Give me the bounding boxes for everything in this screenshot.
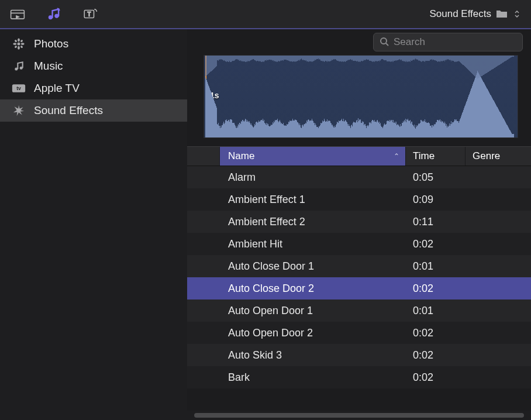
cell-time: 0:09 — [406, 194, 466, 206]
cell-name: Ambient Effect 2 — [220, 216, 406, 228]
cell-name: Auto Close Door 1 — [220, 260, 406, 273]
horizontal-scrollbar[interactable] — [187, 411, 531, 420]
sidebar-item-sound-effects[interactable]: Sound Effects — [0, 99, 187, 122]
cell-time: 0:02 — [406, 327, 466, 339]
sidebar-item-label: Sound Effects — [34, 104, 103, 117]
cell-time: 0:11 — [406, 216, 466, 228]
svg-point-13 — [14, 45, 17, 48]
column-time-label: Time — [413, 150, 435, 162]
appletv-icon: tv — [11, 82, 27, 95]
svg-point-11 — [14, 39, 17, 42]
svg-marker-19 — [13, 105, 24, 116]
svg-point-9 — [13, 43, 16, 45]
chevron-up-icon: ⌃ — [394, 152, 399, 160]
column-name[interactable]: Name ⌃ — [220, 147, 406, 166]
main-area: 1s Name ⌃ Time Genre Alar — [187, 29, 531, 420]
table-body[interactable]: Alarm0:05Ambient Effect 10:09Ambient Eff… — [187, 166, 531, 411]
waveform-container: 1s — [187, 55, 531, 138]
burst-icon — [11, 104, 27, 117]
audio-library-icon[interactable] — [44, 6, 63, 22]
waveform-preview[interactable]: 1s — [204, 55, 518, 138]
results-table: Name ⌃ Time Genre Alarm0:05Ambient Effec… — [187, 146, 531, 420]
cell-name: Auto Open Door 2 — [220, 327, 406, 339]
cell-name: Auto Close Door 2 — [220, 283, 406, 295]
table-row[interactable]: Auto Open Door 20:02 — [187, 322, 531, 344]
cell-time: 0:01 — [406, 260, 466, 273]
column-name-label: Name — [228, 150, 254, 162]
table-row[interactable]: Auto Open Door 10:01 — [187, 299, 531, 322]
svg-text:tv: tv — [16, 85, 21, 91]
flower-icon — [11, 37, 27, 50]
cell-time: 0:02 — [406, 371, 466, 384]
table-row[interactable]: Ambient Effect 10:09 — [187, 188, 531, 211]
search-icon — [380, 37, 389, 48]
music-icon — [11, 60, 27, 73]
svg-text:T: T — [87, 11, 91, 18]
cell-name: Auto Skid 3 — [220, 349, 406, 362]
titles-library-icon[interactable]: T — [81, 6, 99, 22]
sidebar-item-label: Music — [34, 60, 63, 73]
search-input[interactable] — [394, 36, 518, 48]
horizontal-scrollbar-thumb[interactable] — [194, 413, 524, 418]
svg-marker-1 — [16, 15, 20, 18]
column-time[interactable]: Time — [406, 147, 466, 166]
browser-chooser[interactable]: Sound Effects — [429, 8, 523, 20]
sidebar-item-label: Apple TV — [34, 82, 80, 95]
cell-name: Bark — [220, 371, 406, 384]
cell-time: 0:02 — [406, 349, 466, 362]
table-row[interactable]: Auto Close Door 10:01 — [187, 255, 531, 277]
svg-point-7 — [18, 38, 20, 42]
toolbar-left-group: T — [8, 6, 99, 22]
cell-name: Alarm — [220, 171, 406, 184]
svg-point-6 — [18, 43, 20, 46]
media-browser-window: T Sound Effects Photos — [0, 0, 531, 420]
toolbar: T Sound Effects — [0, 0, 531, 29]
sidebar-item-music[interactable]: Music — [0, 55, 187, 77]
cell-name: Ambient Hit — [220, 238, 406, 250]
svg-point-20 — [381, 38, 387, 44]
svg-point-8 — [18, 46, 20, 50]
table-row[interactable]: Alarm0:05 — [187, 166, 531, 188]
table-header: Name ⌃ Time Genre — [187, 146, 531, 166]
chevron-updown-icon — [515, 11, 519, 18]
main-topbar — [187, 29, 531, 55]
svg-point-10 — [21, 43, 25, 45]
sidebar-item-appletv[interactable]: tv Apple TV — [0, 77, 187, 99]
table-row[interactable]: Auto Close Door 20:02 — [187, 277, 531, 299]
sidebar-item-label: Photos — [34, 37, 68, 50]
table-row[interactable]: Ambient Hit0:02 — [187, 233, 531, 255]
column-indicator[interactable] — [187, 147, 220, 166]
cell-name: Ambient Effect 1 — [220, 194, 406, 206]
video-library-icon[interactable] — [8, 6, 27, 22]
column-genre-label: Genre — [473, 150, 500, 162]
body: Photos Music tv Apple TV Sound Effects — [0, 29, 531, 420]
svg-line-21 — [386, 43, 388, 46]
cell-name: Auto Open Door 1 — [220, 305, 406, 317]
folder-icon — [496, 9, 508, 20]
table-row[interactable]: Auto Skid 30:02 — [187, 344, 531, 366]
column-genre[interactable]: Genre — [466, 147, 531, 166]
svg-point-14 — [20, 45, 23, 48]
search-field[interactable] — [373, 33, 523, 51]
cell-time: 0:02 — [406, 238, 466, 250]
sidebar-item-photos[interactable]: Photos — [0, 33, 187, 55]
svg-point-12 — [20, 39, 23, 42]
cell-time: 0:01 — [406, 305, 466, 317]
browser-chooser-label: Sound Effects — [429, 8, 491, 20]
sidebar: Photos Music tv Apple TV Sound Effects — [0, 29, 187, 420]
table-row[interactable]: Bark0:02 — [187, 366, 531, 388]
cell-time: 0:02 — [406, 283, 466, 295]
table-row[interactable]: Ambient Effect 20:11 — [187, 211, 531, 233]
cell-time: 0:05 — [406, 171, 466, 184]
